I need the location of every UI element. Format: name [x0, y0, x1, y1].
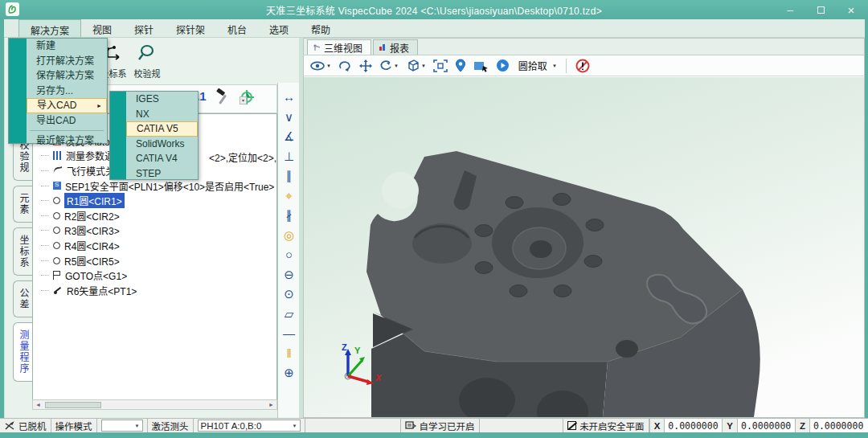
tree-item[interactable]: R4圆<CIR4>: [41, 238, 276, 253]
magnifier-icon: [137, 44, 158, 62]
submenu-option[interactable]: CATIA V4: [126, 151, 198, 166]
menu-bar-item[interactable]: 帮助: [300, 19, 342, 37]
view-tabs: 三维视图 报表: [304, 39, 864, 55]
sidebar-tab[interactable]: 坐标系: [13, 227, 33, 276]
submenu-option[interactable]: SolidWorks: [126, 137, 198, 152]
pin-icon: [455, 59, 466, 72]
safety-plane-status: 未开启安全平面: [563, 419, 649, 432]
menu-gutter: [9, 39, 27, 143]
3d-viewport[interactable]: Z Y X: [304, 77, 864, 417]
menu-bar-item[interactable]: 解决方案: [18, 19, 81, 37]
tree-item[interactable]: R5圆<CIR5>: [41, 253, 276, 268]
import-cad-submenu: IGES NX CATIA V5 SolidWorks CATIA V4: [109, 91, 199, 180]
pan-view-button[interactable]: [359, 59, 372, 72]
menu-option[interactable]: 保存解决方案: [27, 68, 107, 84]
menu-option[interactable]: 导入CAD: [27, 98, 107, 113]
menu-option[interactable]: 另存为...: [27, 84, 107, 99]
hammer-icon[interactable]: [215, 88, 232, 108]
tree-item[interactable]: R3圆<CIR3>: [41, 223, 276, 239]
submenu-option[interactable]: IGES: [126, 92, 198, 107]
circle-pick-dropdown[interactable]: 圆拾取 ▼: [517, 59, 557, 72]
sidebar-tab[interactable]: 公差: [13, 280, 33, 317]
angle-icon[interactable]: ∨: [285, 111, 293, 124]
vector-point-icon: [53, 285, 63, 295]
tree-item[interactable]: GOTO点<G1>: [41, 268, 276, 283]
axis-x-label: X: [375, 373, 382, 383]
submenu-option[interactable]: NX: [126, 107, 198, 122]
refresh-icon: [379, 59, 393, 72]
refresh-view-button[interactable]: ▼: [379, 59, 399, 72]
self-learn-status: 自学习已开启: [400, 419, 480, 432]
locate-pin-button[interactable]: [455, 59, 466, 72]
play-button[interactable]: [496, 59, 510, 72]
menu-bar-item[interactable]: 探针: [123, 19, 165, 37]
concentricity-icon[interactable]: ◎: [284, 229, 294, 242]
tree-item[interactable]: R2圆<CIR2>: [41, 208, 276, 223]
parallelism-icon[interactable]: ∥: [286, 170, 293, 182]
circle-feature-icon: [53, 227, 60, 234]
tab-report[interactable]: 报表: [373, 39, 418, 55]
menu-bar: 解决方案 视图 探针 探针架 机台 选项 帮助: [4, 19, 865, 38]
distance-icon[interactable]: ↔: [283, 91, 295, 104]
angle2-icon[interactable]: ∡: [284, 130, 294, 143]
toolbar-overflow-button[interactable]: ▾: [240, 96, 247, 104]
flatness-icon[interactable]: ▱: [285, 308, 294, 321]
submenu-option[interactable]: CATIA V5: [126, 121, 198, 137]
sidebar-tab[interactable]: 测量程序: [13, 322, 33, 382]
view-panel: 三维视图 报表 ▼ ▼ ▼: [303, 38, 865, 418]
tab-3d-view[interactable]: 三维视图: [307, 39, 371, 55]
rotate-view-button[interactable]: [338, 59, 352, 72]
menu-option[interactable]: 打开解决方案: [27, 54, 107, 69]
submenu-option[interactable]: STEP: [126, 166, 198, 182]
solution-menu-dropdown: 新建 打开解决方案 保存解决方案 另存为... 导入CAD: [8, 38, 108, 144]
visibility-button[interactable]: ▼: [310, 59, 331, 72]
box-select-button[interactable]: [473, 59, 489, 72]
menu-bar-item[interactable]: 选项: [258, 19, 300, 37]
sidebar-tab[interactable]: 元素: [13, 186, 33, 223]
runout-icon[interactable]: ⊙: [284, 288, 294, 301]
warning-icon: [575, 59, 590, 73]
menu-option[interactable]: 新建: [27, 39, 107, 54]
scroll-right-icon[interactable]: ►: [268, 402, 274, 407]
chevron-down-icon[interactable]: ▼: [394, 63, 399, 68]
circle-icon[interactable]: ○: [285, 248, 293, 261]
parallel-distance-icon[interactable]: ∦: [286, 209, 293, 222]
position-icon[interactable]: ⌖: [285, 190, 292, 203]
fit-view-button[interactable]: [433, 59, 448, 72]
safety-warning-button[interactable]: [575, 59, 590, 73]
maximize-button[interactable]: [813, 4, 828, 16]
view-cube-button[interactable]: ▼: [406, 59, 426, 72]
menu-bar-item[interactable]: 探针架: [165, 19, 216, 37]
chevron-down-icon[interactable]: ▼: [326, 63, 331, 68]
tree-item[interactable]: R6矢量点<PT1>: [41, 283, 276, 298]
safety-plane-icon: [53, 182, 61, 190]
minimize-button[interactable]: –: [783, 4, 797, 16]
circle-feature-icon: [53, 242, 60, 249]
tree-horizontal-scrollbar[interactable]: ◄ ►: [32, 399, 277, 410]
operation-mode-select[interactable]: ▼: [97, 419, 148, 432]
menu-bar-item[interactable]: 视图: [81, 19, 123, 37]
gauge-check-toolbutton-label: 校验规: [126, 67, 168, 80]
scroll-left-icon[interactable]: ◄: [35, 402, 41, 407]
active-probe-select[interactable]: PH10T A:0,B:0▼: [194, 419, 305, 432]
offline-icon: [4, 421, 15, 431]
cube-icon: [406, 59, 420, 72]
perpendicularity-icon[interactable]: ⊥: [284, 150, 294, 163]
chevron-down-icon[interactable]: ▼: [421, 63, 426, 68]
close-button[interactable]: ×: [844, 3, 858, 17]
gauge-check-toolbutton[interactable]: 校验规: [126, 44, 168, 80]
menu-option[interactable]: 导出CAD: [27, 113, 107, 129]
tree-item[interactable]: R1圆<CIR1>: [41, 193, 276, 208]
parallel-lines-icon[interactable]: ‖: [286, 347, 291, 360]
scrollbar-thumb[interactable]: [45, 402, 101, 408]
straightness-icon[interactable]: —: [283, 327, 295, 340]
symmetry-icon[interactable]: ⊖: [284, 268, 294, 281]
toolbar-separator: [566, 59, 567, 73]
operation-mode-label: 操作模式: [51, 419, 97, 432]
menu-bar-item[interactable]: 机台: [216, 19, 258, 37]
true-position-icon[interactable]: ⊕: [284, 366, 294, 379]
chevron-down-icon[interactable]: ▼: [552, 63, 557, 68]
play-icon: [496, 59, 510, 72]
coord-x-label: X: [649, 419, 665, 432]
menu-option[interactable]: 最近解决方案...: [27, 133, 107, 149]
